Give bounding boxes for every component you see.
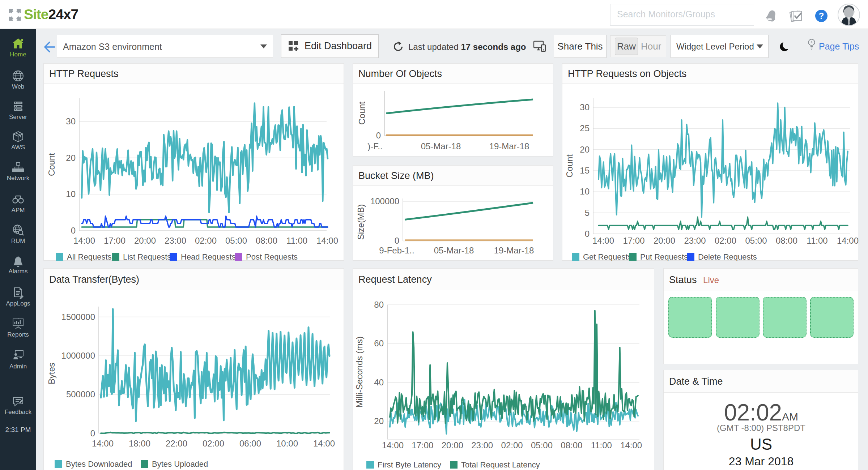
svg-text:20: 20 — [374, 416, 384, 426]
svg-text:Delete Requests: Delete Requests — [698, 252, 757, 261]
svg-text:20:00: 20:00 — [134, 236, 156, 245]
svg-text:11:00: 11:00 — [807, 236, 827, 245]
svg-text:15: 15 — [580, 166, 590, 175]
svg-text:14:00: 14:00 — [92, 439, 114, 448]
svg-text:Put Requests: Put Requests — [640, 252, 688, 261]
svg-text:19-Mar-18: 19-Mar-18 — [494, 245, 534, 255]
svg-text:25: 25 — [580, 123, 590, 133]
svg-text:05:00: 05:00 — [745, 236, 767, 245]
svg-text:10: 10 — [66, 189, 76, 199]
svg-text:11:00: 11:00 — [286, 236, 307, 245]
svg-text:14:00: 14:00 — [837, 236, 859, 245]
svg-text:0: 0 — [90, 428, 95, 438]
svg-text:List Requests: List Requests — [123, 252, 171, 261]
svg-text:05-Mar-18: 05-Mar-18 — [421, 141, 461, 151]
svg-text:08:00: 08:00 — [776, 236, 797, 245]
svg-text:80: 80 — [374, 300, 384, 309]
svg-text:06:00: 06:00 — [239, 439, 261, 448]
svg-text:20: 20 — [66, 153, 76, 163]
svg-text:20:00: 20:00 — [654, 236, 675, 245]
svg-text:1000000: 1000000 — [61, 351, 95, 360]
svg-text:14:00: 14:00 — [316, 236, 338, 245]
svg-text:02:00: 02:00 — [715, 236, 736, 245]
svg-text:Bytes Uploaded: Bytes Uploaded — [152, 460, 208, 469]
svg-text:Size(MB): Size(MB) — [356, 204, 366, 240]
svg-text:05:00: 05:00 — [531, 440, 553, 450]
svg-text:0: 0 — [585, 229, 590, 239]
svg-text:05-Mar-18: 05-Mar-18 — [434, 245, 474, 255]
svg-text:1500000: 1500000 — [61, 312, 95, 322]
svg-text:02:00: 02:00 — [203, 439, 224, 448]
svg-text:Total Request Latency: Total Request Latency — [461, 460, 540, 469]
svg-text:23:00: 23:00 — [684, 236, 706, 245]
svg-text:05:00: 05:00 — [225, 236, 247, 245]
svg-text:Post Requests: Post Requests — [246, 252, 298, 261]
svg-text:100000: 100000 — [370, 196, 399, 206]
svg-text:Head Requests: Head Requests — [181, 252, 236, 261]
svg-text:14:00: 14:00 — [592, 236, 614, 245]
svg-text:14:00: 14:00 — [382, 440, 404, 450]
svg-text:23:00: 23:00 — [165, 236, 186, 245]
svg-text:14:00: 14:00 — [73, 236, 95, 245]
svg-text:60: 60 — [374, 338, 384, 348]
svg-text:17:00: 17:00 — [104, 236, 125, 245]
svg-text:0: 0 — [395, 236, 399, 245]
svg-text:08:00: 08:00 — [256, 236, 277, 245]
svg-text:Count: Count — [357, 102, 367, 125]
svg-text:Count: Count — [565, 154, 574, 178]
svg-text:Bytes: Bytes — [47, 363, 56, 384]
svg-text:08:00: 08:00 — [561, 440, 582, 450]
svg-text:19-Mar-18: 19-Mar-18 — [489, 141, 529, 151]
svg-text:11:00: 11:00 — [591, 440, 612, 450]
svg-text:Bytes Downloaded: Bytes Downloaded — [66, 460, 132, 469]
svg-text:Count: Count — [47, 153, 56, 176]
svg-text:20: 20 — [580, 145, 590, 154]
svg-text:10:00: 10:00 — [276, 439, 298, 448]
svg-text:23:00: 23:00 — [471, 440, 493, 450]
svg-text:5: 5 — [585, 208, 590, 218]
svg-text:)-F..: )-F.. — [367, 141, 382, 151]
svg-text:17:00: 17:00 — [623, 236, 644, 245]
svg-text:22:00: 22:00 — [166, 439, 187, 448]
svg-text:02:00: 02:00 — [195, 236, 217, 245]
svg-text:14:00: 14:00 — [313, 439, 335, 448]
svg-text:14:00: 14:00 — [620, 440, 642, 450]
svg-text:0: 0 — [71, 226, 76, 235]
svg-text:0: 0 — [376, 131, 381, 140]
svg-text:Milli-Seconds (ms): Milli-Seconds (ms) — [354, 336, 364, 407]
svg-text:500000: 500000 — [66, 389, 95, 399]
svg-text:30: 30 — [66, 116, 76, 126]
svg-text:Get Requests: Get Requests — [583, 252, 632, 261]
svg-text:17:00: 17:00 — [412, 440, 433, 450]
svg-text:40: 40 — [374, 377, 384, 387]
svg-text:18:00: 18:00 — [129, 439, 150, 448]
svg-text:30: 30 — [580, 102, 590, 112]
svg-text:02:00: 02:00 — [501, 440, 523, 450]
svg-text:First Byte Latency: First Byte Latency — [378, 460, 441, 469]
svg-text:20:00: 20:00 — [442, 440, 463, 450]
svg-text:9-Feb-1..: 9-Feb-1.. — [379, 245, 414, 255]
svg-text:All Requests: All Requests — [67, 252, 112, 261]
svg-text:10: 10 — [580, 187, 590, 196]
